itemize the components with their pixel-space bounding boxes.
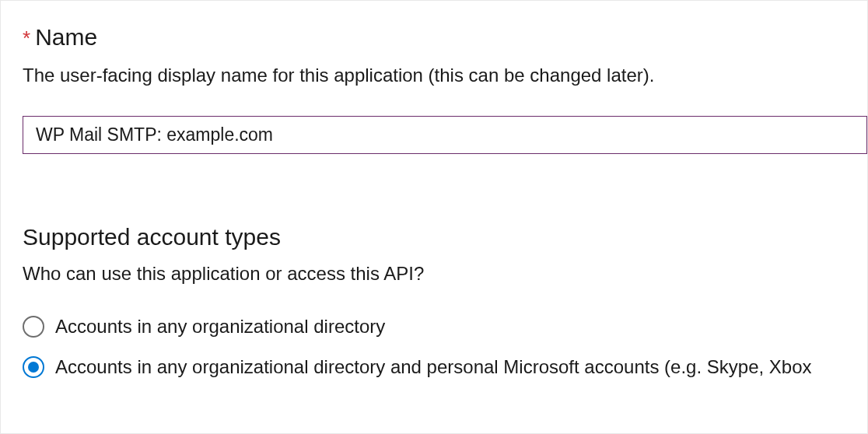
account-types-heading: Supported account types <box>23 224 867 250</box>
name-input[interactable] <box>23 116 867 154</box>
radio-option-org-and-personal[interactable]: Accounts in any organizational directory… <box>23 356 867 378</box>
radio-label-org-only: Accounts in any organizational directory <box>55 316 385 338</box>
name-description: The user-facing display name for this ap… <box>23 65 867 86</box>
account-types-description: Who can use this application or access t… <box>23 263 867 285</box>
name-label: Name <box>35 24 97 51</box>
radio-option-org-only[interactable]: Accounts in any organizational directory <box>23 316 867 338</box>
radio-icon <box>23 316 44 338</box>
name-field-label-row: * Name <box>23 24 867 51</box>
required-asterisk: * <box>23 28 30 48</box>
radio-label-org-and-personal: Accounts in any organizational directory… <box>55 356 812 378</box>
radio-icon <box>23 356 44 378</box>
